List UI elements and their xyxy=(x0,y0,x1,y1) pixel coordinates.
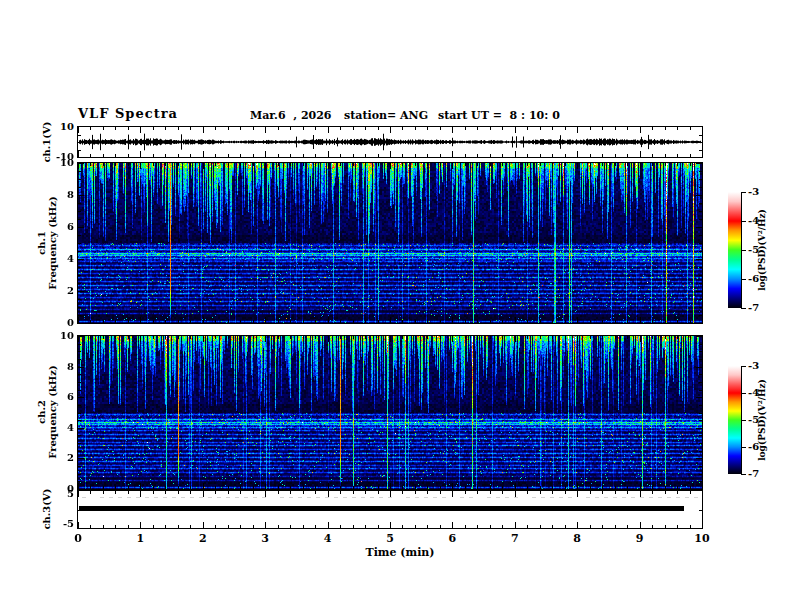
ch1-colorbar-tickmark--5 xyxy=(741,250,746,251)
ch2-spec-ytick-10: 10 xyxy=(48,330,74,341)
ch3-waveform-panel xyxy=(77,490,703,529)
ch1-wave-ytick-10: 10 xyxy=(48,121,74,132)
ch2-colorbar xyxy=(728,366,742,474)
ch1-spec-label-line1: ch.1 xyxy=(36,231,47,255)
page-title: VLF Spectra xyxy=(78,106,178,121)
ch1-colorbar-tickmark--4 xyxy=(741,221,746,222)
x-axis-tick-3: 3 xyxy=(250,532,280,545)
ch2-spec-ytick-6: 6 xyxy=(48,391,74,402)
ch2-colorbar-tickmark--3 xyxy=(741,366,746,367)
ch1-waveform-panel xyxy=(77,126,703,158)
ch2-spec-ytick-8: 8 xyxy=(48,361,74,372)
x-axis-tick-5: 5 xyxy=(375,532,405,545)
ch1-spectrogram-panel xyxy=(77,162,703,324)
ch1-colorbar-tickmark--3 xyxy=(741,192,746,193)
x-axis-tick-10: 10 xyxy=(687,532,717,545)
ch2-colorbar-tickmark--7 xyxy=(741,474,746,475)
x-axis-tick-2: 2 xyxy=(188,532,218,545)
ch1-spec-ytick-4: 4 xyxy=(48,253,74,264)
ch1-colorbar-tick--7: -7 xyxy=(748,302,759,313)
ch2-colorbar-tickmark--4 xyxy=(741,393,746,394)
ch1-spec-label-line2: Frequency (kHz) xyxy=(47,196,58,289)
x-axis-tick-7: 7 xyxy=(500,532,530,545)
header-date: Mar.6 , 2026 xyxy=(250,109,332,122)
ch1-colorbar-tickmark--6 xyxy=(741,279,746,280)
ch1-spec-ytick-10: 10 xyxy=(48,157,74,168)
ch2-spec-ytick-2: 2 xyxy=(48,452,74,463)
ch1-colorbar-tick--3: -3 xyxy=(748,186,759,197)
header-station: station= ANG xyxy=(344,109,428,122)
x-axis-tick-0: 0 xyxy=(63,532,93,545)
ch2-spec-label-line1: ch.2 xyxy=(36,400,47,424)
ch3-wave-ytick-5: 5 xyxy=(48,488,74,499)
x-axis-tick-4: 4 xyxy=(313,532,343,545)
ch2-colorbar-tickmark--5 xyxy=(741,420,746,421)
ch1-colorbar xyxy=(728,192,742,308)
ch1-spec-ytick-2: 2 xyxy=(48,285,74,296)
ch2-spec-label-line2: Frequency (kHz) xyxy=(47,365,58,458)
x-axis-tick-6: 6 xyxy=(437,532,467,545)
ch2-colorbar-tick--7: -7 xyxy=(748,468,759,479)
ch2-spec-ytick-4: 4 xyxy=(48,422,74,433)
ch2-frequency-axis-label: ch.2Frequency (kHz) xyxy=(36,365,58,458)
ch2-spectrogram-panel xyxy=(77,335,703,490)
ch1-spectrogram-canvas xyxy=(78,163,702,323)
ch3-waveform-canvas xyxy=(78,491,702,528)
vlf-spectra-figure: VLF Spectra Mar.6 , 2026 station= ANG st… xyxy=(0,0,792,612)
x-axis-title: Time (min) xyxy=(340,546,460,559)
ch2-colorbar-tickmark--6 xyxy=(741,447,746,448)
header-start-ut: start UT = 8 : 10: 0 xyxy=(438,109,560,122)
ch1-colorbar-axis-label: log(PSD)(V²/Hz) xyxy=(757,209,767,291)
x-axis-tick-9: 9 xyxy=(625,532,655,545)
ch1-colorbar-tickmark--7 xyxy=(741,308,746,309)
ch3-wave-ytick-neg5: -5 xyxy=(48,518,74,529)
ch2-colorbar-tick--3: -3 xyxy=(748,360,759,371)
x-axis-tick-1: 1 xyxy=(125,532,155,545)
ch1-frequency-axis-label: ch.1Frequency (kHz) xyxy=(36,196,58,289)
ch2-colorbar-axis-label: log(PSD)(V²/Hz) xyxy=(757,379,767,461)
ch1-spec-ytick-6: 6 xyxy=(48,221,74,232)
ch2-spectrogram-canvas xyxy=(78,336,702,489)
ch1-spec-ytick-8: 8 xyxy=(48,189,74,200)
x-axis-tick-8: 8 xyxy=(562,532,592,545)
ch1-spec-ytick-0: 0 xyxy=(48,317,74,328)
ch1-waveform-canvas xyxy=(78,127,702,157)
